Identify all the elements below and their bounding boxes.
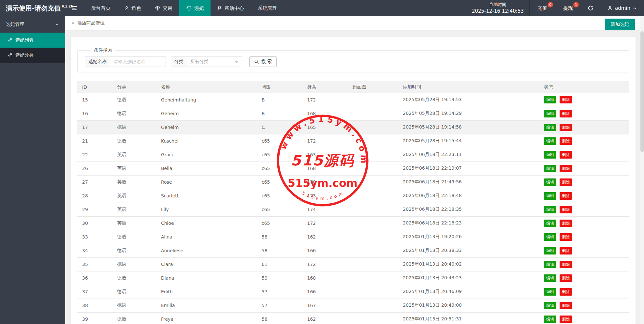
cell-cover xyxy=(348,271,398,285)
cell-cover xyxy=(348,299,398,312)
cell-height: 174 xyxy=(302,203,348,216)
cell-status: 编辑删除 xyxy=(539,203,629,216)
cell-added: 2025年05月28日 19:14:29 xyxy=(398,107,539,120)
delete-button[interactable]: 删除 xyxy=(560,96,572,103)
cell-name: Diana xyxy=(156,271,257,285)
cell-name: Scarlett xyxy=(156,189,257,203)
delete-button[interactable]: 删除 xyxy=(560,206,572,213)
nav-item[interactable]: 角色 xyxy=(117,0,148,16)
edit-button[interactable]: 编辑 xyxy=(544,165,556,172)
nav-item-label: 系统管理 xyxy=(258,0,277,16)
delete-button[interactable]: 删除 xyxy=(560,302,572,309)
delete-button[interactable]: 删除 xyxy=(560,247,572,255)
edit-button[interactable]: 编辑 xyxy=(544,124,556,131)
add-xuanfei-button[interactable]: 添加选妃 xyxy=(605,19,635,30)
cell-id: 21 xyxy=(77,134,112,148)
cell-name: Geheimhaltung xyxy=(156,93,257,107)
delete-button[interactable]: 删除 xyxy=(560,261,572,268)
cell-height: 168 xyxy=(302,162,348,175)
cell-cover xyxy=(348,148,398,162)
cell-id: 35 xyxy=(77,257,112,271)
edit-button[interactable]: 编辑 xyxy=(544,288,556,296)
nav-item[interactable]: 帮助中心 xyxy=(211,0,251,16)
vertical-scrollbar[interactable] xyxy=(640,16,644,324)
edit-button[interactable]: 编辑 xyxy=(544,302,556,309)
edit-button[interactable]: 编辑 xyxy=(544,206,556,213)
edit-button[interactable]: 编辑 xyxy=(544,274,556,282)
delete-button[interactable]: 删除 xyxy=(560,178,572,186)
edit-button[interactable]: 编辑 xyxy=(544,261,556,268)
delete-button[interactable]: 删除 xyxy=(560,165,572,172)
cell-added: 2025年01月13日 20:38:33 xyxy=(398,244,539,257)
edit-button[interactable]: 编辑 xyxy=(544,316,556,323)
cell-id: 26 xyxy=(77,162,112,175)
cell-name: Anneliese xyxy=(156,244,257,257)
local-time-label: 当地时间 xyxy=(489,2,506,8)
delete-button[interactable]: 删除 xyxy=(560,124,572,131)
edit-button[interactable]: 编辑 xyxy=(544,247,556,255)
cell-cover xyxy=(348,162,398,175)
sidebar-item[interactable]: 选妃列表 xyxy=(0,33,65,48)
recharge-button[interactable]: 充值 0 xyxy=(530,0,555,16)
menu-collapse-icon[interactable] xyxy=(65,0,84,16)
cell-height: 172 xyxy=(302,257,348,271)
withdraw-button[interactable]: 提现 1 xyxy=(555,0,581,16)
cell-bust: c65 xyxy=(257,175,302,189)
cell-name: Rose xyxy=(156,175,257,189)
cell-name: Bella xyxy=(156,162,257,175)
nav-item[interactable]: 交易 xyxy=(148,0,179,16)
cell-category: 德语 xyxy=(112,285,156,299)
cell-name: Geheim xyxy=(156,107,257,120)
scrollbar-thumb[interactable] xyxy=(640,31,644,152)
cell-name: Chloe xyxy=(156,216,257,230)
delete-button[interactable]: 删除 xyxy=(560,110,572,117)
page-title: 酒店商品管理 xyxy=(77,20,105,26)
category-select[interactable]: 所有分类 xyxy=(187,56,242,67)
cell-status: 编辑删除 xyxy=(539,285,629,299)
cell-height: 167 xyxy=(302,299,348,312)
edit-button[interactable]: 编辑 xyxy=(544,220,556,227)
delete-button[interactable]: 删除 xyxy=(560,151,572,159)
edit-button[interactable]: 编辑 xyxy=(544,151,556,159)
xuanfei-table: ID分类名称胸围身高封面图添加时间状态 15德语GeheimhaltungB17… xyxy=(77,81,629,324)
delete-button[interactable]: 删除 xyxy=(560,137,572,145)
column-header: ID xyxy=(77,81,112,93)
edit-button[interactable]: 编辑 xyxy=(544,178,556,186)
delete-button[interactable]: 删除 xyxy=(560,274,572,282)
nav-item[interactable]: 选妃 xyxy=(179,0,211,16)
category-field-label: 分类 xyxy=(171,56,187,67)
name-input[interactable] xyxy=(110,56,166,67)
table-row: 30英语Chloec651722025年06月18日 22:18:23编辑删除 xyxy=(77,216,629,230)
cell-added: 2025年06月18日 22:23:11 xyxy=(398,148,539,162)
nav-item[interactable]: 系统管理 xyxy=(251,0,284,16)
cell-height: 172 xyxy=(302,93,348,107)
sidebar-group-xuanfei[interactable]: 选妃管理 xyxy=(0,16,65,33)
content-card: 条件搜索 选妃名称 分类 所有分类 搜 索 xyxy=(71,37,636,324)
delete-button[interactable]: 删除 xyxy=(560,220,572,227)
cell-height: 168 xyxy=(302,107,348,120)
chevron-down-icon xyxy=(55,22,59,27)
sidebar-item[interactable]: 选妃分类 xyxy=(0,48,65,63)
delete-button[interactable]: 删除 xyxy=(560,233,572,241)
search-button[interactable]: 搜 索 xyxy=(249,56,277,67)
edit-button[interactable]: 编辑 xyxy=(544,110,556,117)
local-time-value: 2025-12-16 12:40:53 xyxy=(472,8,524,15)
nav-item[interactable]: 后台首页 xyxy=(84,0,117,16)
nav-item-label: 帮助中心 xyxy=(225,0,244,16)
delete-button[interactable]: 删除 xyxy=(560,316,572,323)
edit-button[interactable]: 编辑 xyxy=(544,192,556,200)
user-menu[interactable]: admin xyxy=(600,0,644,16)
cell-added: 2025年06月18日 22:18:23 xyxy=(398,216,539,230)
edit-button[interactable]: 编辑 xyxy=(544,233,556,241)
cell-id: 39 xyxy=(77,312,112,324)
refresh-icon[interactable] xyxy=(581,0,600,16)
edit-button[interactable]: 编辑 xyxy=(544,137,556,145)
cell-bust: c65 xyxy=(257,216,302,230)
cell-id: 15 xyxy=(77,93,112,107)
cell-id: 34 xyxy=(77,244,112,257)
cell-cover xyxy=(348,175,398,189)
delete-button[interactable]: 删除 xyxy=(560,288,572,296)
delete-button[interactable]: 删除 xyxy=(560,192,572,200)
edit-button[interactable]: 编辑 xyxy=(544,96,556,103)
table-row: 21德语Kuschelc651722025年05月28日 19:15:44编辑删… xyxy=(77,134,629,148)
